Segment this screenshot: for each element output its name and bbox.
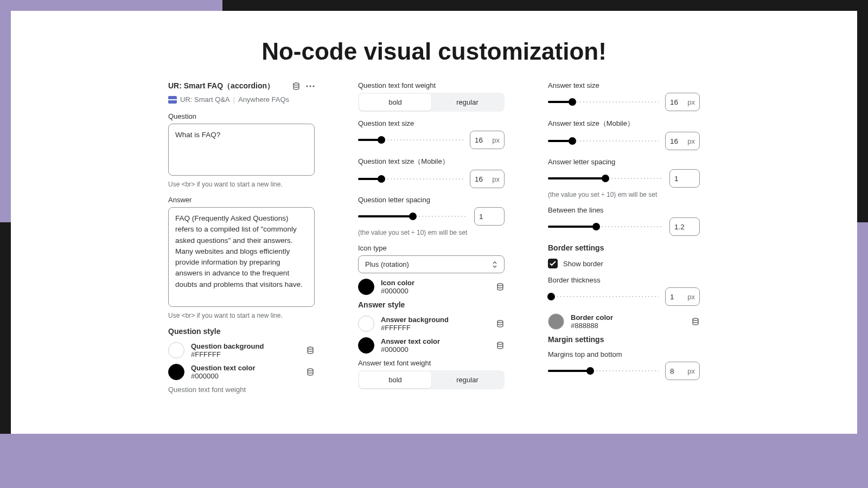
- dynamic-source-icon[interactable]: [496, 282, 505, 291]
- margin-settings-heading: Margin settings: [548, 335, 700, 344]
- database-icon[interactable]: [292, 82, 301, 91]
- ats-label: Answer text size: [548, 81, 700, 89]
- color-swatch: [358, 316, 374, 332]
- panel-answer-border: Answer text size 16px Answer text size（M…: [548, 81, 700, 394]
- main-canvas: No-code visual customization! UR: Smart …: [11, 11, 857, 434]
- color-swatch: [168, 364, 184, 380]
- question-label: Question: [168, 112, 315, 120]
- dynamic-source-icon[interactable]: [306, 368, 315, 376]
- qts-label: Question text size: [358, 119, 505, 127]
- breadcrumb: UR: Smart Q&A | Anywhere FAQs: [168, 95, 315, 104]
- dynamic-source-icon[interactable]: [306, 346, 315, 355]
- svg-point-6: [497, 284, 503, 286]
- qls-input[interactable]: 1: [474, 207, 505, 226]
- color-swatch: [358, 279, 374, 295]
- afw-label: Answer text font weight: [358, 359, 505, 367]
- qts-input[interactable]: 16px: [470, 131, 505, 149]
- checkbox-icon: [548, 259, 558, 268]
- svg-point-4: [308, 347, 313, 349]
- question-input[interactable]: [168, 124, 315, 176]
- icon-type-select[interactable]: Plus (rotation): [358, 255, 505, 273]
- bt-slider[interactable]: [548, 291, 659, 302]
- qls-hint: (the value you set ÷ 10) em will be set: [358, 229, 505, 236]
- block-title: UR: Smart FAQ（accordion）: [168, 81, 275, 91]
- svg-point-7: [497, 320, 503, 323]
- qfw-label: Question text font weight: [358, 81, 505, 89]
- qtsm-slider[interactable]: [358, 174, 463, 184]
- svg-point-0: [293, 83, 299, 85]
- dynamic-source-icon[interactable]: [496, 341, 505, 350]
- atsm-input[interactable]: 16px: [665, 132, 700, 150]
- app-icon: [168, 96, 177, 104]
- bt-label: Border thickness: [548, 276, 700, 284]
- svg-point-9: [693, 318, 698, 320]
- afw-bold[interactable]: bold: [359, 371, 431, 388]
- svg-point-3: [312, 85, 314, 87]
- qfw-regular[interactable]: regular: [431, 94, 503, 111]
- mtb-input[interactable]: 8px: [665, 362, 700, 380]
- border-color[interactable]: Border color #888888: [548, 313, 700, 330]
- question-bg-color[interactable]: Question background #FFFFFF: [168, 342, 315, 358]
- qls-slider[interactable]: [358, 211, 468, 222]
- dynamic-source-icon[interactable]: [496, 319, 505, 328]
- ats-input[interactable]: 16px: [665, 93, 700, 111]
- afw-segment: bold regular: [358, 370, 505, 389]
- btl-input[interactable]: 1.2: [669, 217, 700, 236]
- dynamic-source-icon[interactable]: [691, 317, 700, 326]
- svg-point-1: [306, 85, 308, 87]
- icon-type-label: Icon type: [358, 244, 505, 252]
- qfw-segment: bold regular: [358, 93, 505, 112]
- als-slider[interactable]: [548, 173, 663, 184]
- btl-label: Between the lines: [548, 206, 700, 214]
- qls-label: Question letter spacing: [358, 196, 505, 204]
- color-swatch: [358, 337, 374, 354]
- panel-question-style: Question text font weight bold regular Q…: [358, 81, 505, 394]
- als-label: Answer letter spacing: [548, 158, 700, 166]
- answer-text-color[interactable]: Answer text color #000000: [358, 337, 505, 354]
- icon-color[interactable]: Icon color #000000: [358, 279, 505, 295]
- als-hint: (the value you set ÷ 10) em will be set: [548, 191, 700, 198]
- als-input[interactable]: 1: [669, 169, 700, 188]
- answer-label: Answer: [168, 196, 315, 204]
- ats-slider[interactable]: [548, 97, 659, 107]
- atsm-slider[interactable]: [548, 136, 659, 146]
- border-settings-heading: Border settings: [548, 243, 700, 252]
- qtsm-label: Question text size（Mobile）: [358, 157, 505, 166]
- afw-regular[interactable]: regular: [431, 371, 503, 388]
- crumb-app[interactable]: UR: Smart Q&A: [180, 95, 230, 104]
- select-chevron-icon: [492, 261, 497, 268]
- btl-slider[interactable]: [548, 221, 663, 232]
- atsm-label: Answer text size（Mobile）: [548, 119, 700, 129]
- panel-faq-block: UR: Smart FAQ（accordion） UR: Smart Q&A |…: [168, 81, 315, 394]
- bt-input[interactable]: 1px: [665, 287, 700, 306]
- mtb-label: Margins top and bottom: [548, 350, 700, 358]
- more-icon[interactable]: [306, 82, 315, 91]
- color-swatch: [168, 342, 184, 358]
- question-text-color[interactable]: Question text color #000000: [168, 364, 315, 380]
- qtsm-input[interactable]: 16px: [470, 170, 505, 188]
- color-swatch: [548, 313, 564, 330]
- answer-bg-color[interactable]: Answer background #FFFFFF: [358, 316, 505, 332]
- truncated-label: Question text font weight: [168, 386, 315, 394]
- mtb-slider[interactable]: [548, 365, 659, 376]
- qfw-bold[interactable]: bold: [359, 94, 431, 111]
- answer-style-heading: Answer style: [358, 300, 505, 309]
- question-hint: Use <br> if you want to start a new line…: [168, 181, 315, 188]
- question-style-heading: Question style: [168, 327, 315, 336]
- page-title: No-code visual customization!: [11, 11, 857, 81]
- svg-point-5: [308, 369, 313, 371]
- answer-input[interactable]: [168, 207, 315, 307]
- qts-slider[interactable]: [358, 134, 463, 145]
- svg-point-8: [497, 342, 503, 344]
- svg-point-2: [309, 85, 311, 87]
- crumb-section[interactable]: Anywhere FAQs: [238, 95, 289, 104]
- answer-hint: Use <br> if you want to start a new line…: [168, 312, 315, 319]
- show-border-checkbox[interactable]: Show border: [548, 259, 700, 268]
